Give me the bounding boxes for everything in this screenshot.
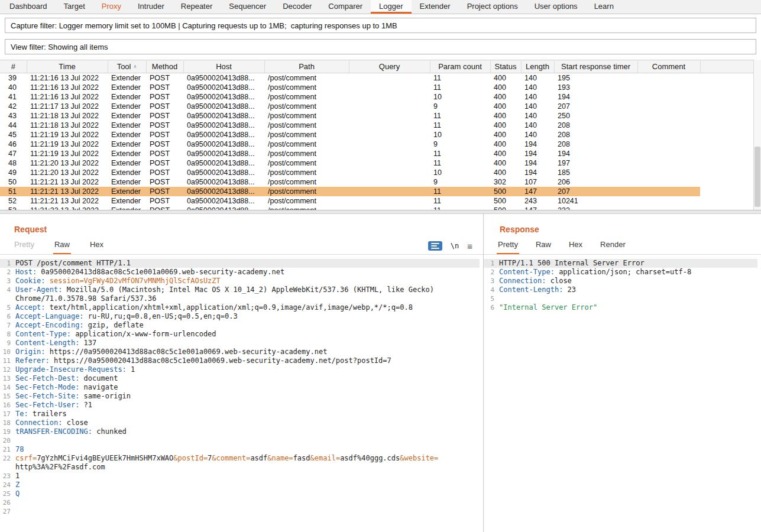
menu-tab-logger[interactable]: Logger (371, 0, 411, 14)
cell-timer: 193 (554, 83, 637, 92)
cell-time: 11:21:17 13 Jul 2022 (27, 102, 108, 111)
menu-tab-decoder[interactable]: Decoder (274, 0, 320, 14)
cell-method: POST (146, 102, 183, 111)
cell-host: 0a9500020413d88... (183, 158, 264, 168)
response-tab-raw[interactable]: Raw (536, 240, 551, 254)
column-header-time[interactable]: Time (27, 60, 108, 73)
request-tab-hex[interactable]: Hex (90, 240, 103, 254)
request-tab-raw[interactable]: Raw (54, 240, 70, 254)
cell-tool: Extender (108, 206, 146, 210)
column-header-param-count[interactable]: Param count (430, 60, 490, 73)
table-row[interactable]: 5311:21:22 13 Jul 2022ExtenderPOST0a9500… (0, 206, 761, 210)
table-row[interactable]: 5011:21:21 13 Jul 2022ExtenderPOST0a9500… (0, 177, 761, 187)
menu-tab-sequencer[interactable]: Sequencer (221, 0, 274, 14)
code-line: 8Content-Type: application/x-www-form-ur… (0, 330, 480, 339)
column-header-comment[interactable]: Comment (637, 60, 700, 73)
menu-tab-dashboard[interactable]: Dashboard (1, 0, 56, 14)
cell-query (349, 140, 430, 149)
response-tab-render[interactable]: Render (600, 240, 626, 254)
cell-length: 147 (521, 187, 554, 196)
table-scrollbar-thumb[interactable] (754, 147, 760, 207)
line-text: Origin: https://0a9500020413d88ac08c5c1e… (15, 348, 480, 356)
request-tab-pretty[interactable]: Pretty (14, 240, 34, 254)
menu-tab-comparer[interactable]: Comparer (320, 0, 371, 14)
table-row[interactable]: 4811:21:20 13 Jul 2022ExtenderPOST0a9500… (0, 158, 761, 168)
column-header-length[interactable]: Length (521, 60, 554, 73)
view-filter-bar[interactable]: View filter: Showing all items (5, 39, 756, 54)
line-number: 13 (0, 374, 15, 383)
menu-tab-target[interactable]: Target (56, 0, 93, 14)
sort-ascending-icon: ∧ (134, 64, 137, 69)
line-text: Accept-Encoding: gzip, deflate (15, 321, 480, 330)
code-line: 15Sec-Fetch-Site: same-origin (0, 392, 480, 401)
cell-filler (700, 130, 761, 140)
line-text: tRANSFER-ENCODING: chunked (15, 427, 480, 436)
request-editor[interactable]: 1POST /post/comment HTTP/1.12Host: 0a950… (0, 255, 483, 516)
cell-query (349, 102, 430, 111)
table-row[interactable]: 4411:21:18 13 Jul 2022ExtenderPOST0a9500… (0, 121, 761, 130)
cell-method: POST (146, 149, 183, 158)
format-lines-icon[interactable] (428, 241, 442, 251)
cell-status: 400 (490, 130, 521, 140)
cell-status: 400 (490, 158, 521, 168)
cell-status: 400 (490, 111, 521, 121)
table-row[interactable]: 4711:21:19 13 Jul 2022ExtenderPOST0a9500… (0, 149, 761, 158)
column-header-path[interactable]: Path (264, 60, 349, 73)
table-row[interactable]: 3911:21:16 13 Jul 2022ExtenderPOST0a9500… (0, 73, 761, 83)
capture-filter-bar[interactable]: Capture filter: Logger memory limit set … (5, 18, 756, 33)
table-row[interactable]: 5211:21:21 13 Jul 2022ExtenderPOST0a9500… (0, 196, 761, 206)
response-tab-pretty[interactable]: Pretty (498, 240, 518, 254)
response-editor[interactable]: 1HTTP/1.1 500 Internal Server Error2Cont… (484, 255, 761, 312)
cell-tool: Extender (108, 121, 146, 130)
newline-toggle-icon[interactable]: \n (451, 242, 459, 250)
cell-host: 0a9500020413d88... (183, 196, 264, 206)
table-row[interactable]: 4111:21:16 13 Jul 2022ExtenderPOST0a9500… (0, 92, 761, 102)
cell-tool: Extender (108, 168, 146, 177)
column-header-start-response-timer[interactable]: Start response timer (554, 60, 637, 73)
cell-filler (700, 187, 761, 196)
table-row[interactable]: 4511:21:19 13 Jul 2022ExtenderPOST0a9500… (0, 130, 761, 140)
column-header-number[interactable]: # (0, 60, 27, 73)
menu-tab-proxy[interactable]: Proxy (93, 0, 129, 14)
cell-query (349, 187, 430, 196)
response-tab-hex[interactable]: Hex (569, 240, 582, 254)
cell-host: 0a9500020413d88... (183, 130, 264, 140)
column-header-query[interactable]: Query (349, 60, 430, 73)
menu-tab-extender[interactable]: Extender (412, 0, 459, 14)
cell-method: POST (146, 196, 183, 206)
cell-tool: Extender (108, 158, 146, 168)
line-number: 17 (0, 410, 15, 419)
line-text: Sec-Fetch-Mode: navigate (15, 383, 480, 392)
table-row[interactable]: 4611:21:19 13 Jul 2022ExtenderPOST0a9500… (0, 140, 761, 149)
cell-method: POST (146, 83, 183, 92)
cell-method: POST (146, 111, 183, 121)
horizontal-splitter[interactable] (0, 210, 761, 214)
table-row[interactable]: 5111:21:21 13 Jul 2022ExtenderPOST0a9500… (0, 187, 761, 196)
cell-comment (637, 83, 700, 92)
table-row[interactable]: 4311:21:18 13 Jul 2022ExtenderPOST0a9500… (0, 111, 761, 121)
menu-tab-intruder[interactable]: Intruder (129, 0, 173, 14)
column-header-tool[interactable]: Tool∧ (108, 60, 146, 73)
cell-id: 39 (0, 73, 27, 83)
view-filter-text: View filter: Showing all items (11, 43, 108, 51)
column-header-method[interactable]: Method (146, 60, 183, 73)
column-header-status[interactable]: Status (490, 60, 521, 73)
menu-tab-learn[interactable]: Learn (586, 0, 622, 14)
editor-menu-icon[interactable]: ≡ (467, 242, 472, 251)
menu-tab-user-options[interactable]: User options (526, 0, 586, 14)
menu-tab-repeater[interactable]: Repeater (173, 0, 221, 14)
table-row[interactable]: 4011:21:16 13 Jul 2022ExtenderPOST0a9500… (0, 83, 761, 92)
cell-length: 147 (521, 206, 554, 210)
line-number: 15 (0, 392, 15, 401)
cell-comment (637, 121, 700, 130)
cell-param_count: 10 (430, 168, 490, 177)
table-row[interactable]: 4911:21:20 13 Jul 2022ExtenderPOST0a9500… (0, 168, 761, 177)
table-row[interactable]: 4211:21:17 13 Jul 2022ExtenderPOST0a9500… (0, 102, 761, 111)
table-scrollbar[interactable] (753, 60, 761, 210)
cell-tool: Extender (108, 130, 146, 140)
code-line: 24Z (0, 481, 480, 489)
cell-comment (637, 177, 700, 187)
cell-path: /post/comment (264, 168, 349, 177)
menu-tab-project-options[interactable]: Project options (459, 0, 526, 14)
column-header-host[interactable]: Host (183, 60, 264, 73)
